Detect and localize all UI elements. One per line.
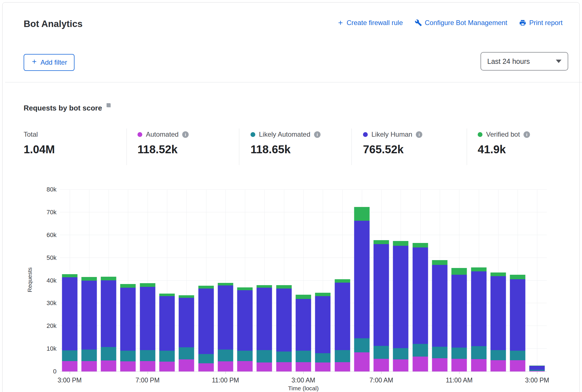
bar-segment-likely-automated [374, 346, 389, 359]
x-tick-mark [70, 371, 70, 374]
x-tick-mark [303, 371, 304, 374]
stat-divider [239, 129, 239, 165]
bar-segment-likely-human [374, 244, 389, 346]
bar-segment-likely-human [315, 296, 331, 353]
bar-segment-automated [315, 362, 331, 371]
bar-segment-automated [393, 359, 409, 371]
info-icon[interactable] [314, 131, 321, 138]
bar-segment-automated [296, 362, 311, 371]
bar-segment-verified-bot [140, 283, 155, 287]
bar-segment-verified-bot [179, 295, 194, 298]
bar-segment-automated [452, 359, 467, 371]
bar-segment-likely-human [471, 271, 486, 346]
stacked-bar[interactable] [393, 241, 409, 371]
bar-segment-likely-automated [432, 347, 447, 358]
stacked-bar[interactable] [529, 366, 545, 371]
bar-segment-likely-automated [257, 350, 272, 362]
bar-segment-verified-bot [257, 285, 272, 288]
time-range-dropdown[interactable]: Last 24 hours [481, 52, 568, 71]
bar-segment-likely-automated [296, 351, 311, 362]
y-tick-label: 20k [19, 322, 57, 330]
stacked-bar[interactable] [490, 272, 506, 371]
bar-slot [255, 190, 274, 371]
y-tick-label: 40k [19, 277, 57, 284]
bar-segment-likely-automated [471, 346, 486, 359]
bar-segment-verified-bot [276, 285, 292, 289]
bar-segment-likely-automated [101, 347, 116, 361]
bar-segment-likely-automated [354, 338, 369, 352]
bar-segment-automated [198, 363, 214, 371]
header-actions: Create firewall rule Configure Bot Manag… [337, 19, 563, 27]
stacked-bar[interactable] [81, 277, 97, 371]
stat-label: Automated [146, 130, 179, 138]
bar-slot [274, 190, 294, 371]
y-tick-label: 50k [19, 254, 57, 262]
bar-slot: 11:00 AM [450, 190, 469, 371]
stacked-bar[interactable] [432, 260, 447, 371]
bar-segment-automated [62, 361, 77, 371]
stacked-bar[interactable] [218, 283, 233, 371]
stacked-bar[interactable] [101, 277, 116, 371]
bar-slot [333, 190, 352, 371]
bar-segment-likely-human [218, 285, 233, 350]
info-icon[interactable] [524, 131, 530, 138]
configure-bot-management-link[interactable]: Configure Bot Management [415, 19, 507, 27]
action-label: Print report [529, 19, 563, 27]
stacked-bar[interactable] [179, 295, 194, 371]
stacked-bar[interactable] [354, 207, 369, 371]
bar-slot: 3:00 AM [294, 190, 313, 371]
stacked-bar[interactable] [296, 295, 311, 371]
bar-segment-likely-human [296, 299, 311, 351]
bar-segment-automated [335, 362, 350, 371]
chevron-down-icon [556, 60, 561, 63]
bar-segment-automated [412, 357, 428, 371]
y-tick-label: 0 [19, 368, 57, 375]
stacked-bar[interactable] [471, 267, 486, 371]
bar-segment-verified-bot [296, 295, 311, 299]
bar-segment-likely-human [412, 247, 428, 344]
stat-divider [127, 129, 127, 165]
bar-segment-verified-bot [393, 241, 409, 246]
stacked-bar[interactable] [452, 268, 467, 371]
stacked-bar[interactable] [120, 284, 136, 371]
bar-segment-automated [179, 359, 194, 371]
x-tick-mark [148, 371, 148, 374]
legend-dot-likely-automated [251, 132, 255, 137]
stacked-bar[interactable] [237, 287, 253, 371]
bar-segment-verified-bot [315, 293, 331, 296]
stacked-bar[interactable] [335, 279, 350, 371]
info-icon[interactable] [182, 131, 189, 138]
print-report-link[interactable]: Print report [519, 19, 563, 27]
stacked-bar[interactable] [62, 274, 77, 371]
stacked-bar[interactable] [276, 285, 292, 371]
stacked-bar[interactable] [159, 294, 175, 371]
bar-segment-likely-human [393, 246, 409, 348]
x-tick-label: 3:00 PM [58, 377, 82, 384]
bar-segment-automated [81, 361, 97, 371]
bar-slot [488, 190, 508, 371]
bar-segment-likely-automated [140, 350, 155, 361]
stacked-bar[interactable] [315, 293, 331, 371]
create-firewall-rule-link[interactable]: Create firewall rule [337, 19, 403, 27]
bar-slot: 11:00 PM [216, 190, 235, 371]
legend-dot-verified-bot [478, 132, 482, 137]
bar-segment-likely-automated [120, 351, 136, 361]
x-tick-label: 11:00 AM [446, 377, 473, 384]
stacked-bar[interactable] [412, 243, 428, 371]
add-filter-button[interactable]: Add filter [24, 54, 75, 71]
stacked-bar[interactable] [510, 275, 525, 371]
bar-slot [79, 190, 99, 371]
stacked-bar[interactable] [257, 285, 272, 371]
info-icon[interactable] [416, 131, 422, 138]
bar-segment-likely-human [257, 288, 272, 350]
bar-segment-automated [354, 352, 369, 371]
stacked-bar[interactable] [140, 283, 155, 371]
bar-segment-likely-human [81, 281, 97, 350]
bar-segment-automated [159, 362, 175, 371]
legend-dot-likely-human [363, 132, 368, 137]
bar-segment-likely-automated [62, 350, 77, 361]
bar-segment-verified-bot [354, 207, 369, 221]
stacked-bar[interactable] [198, 286, 214, 371]
stacked-bar[interactable] [374, 240, 389, 371]
x-tick-mark [537, 371, 537, 374]
